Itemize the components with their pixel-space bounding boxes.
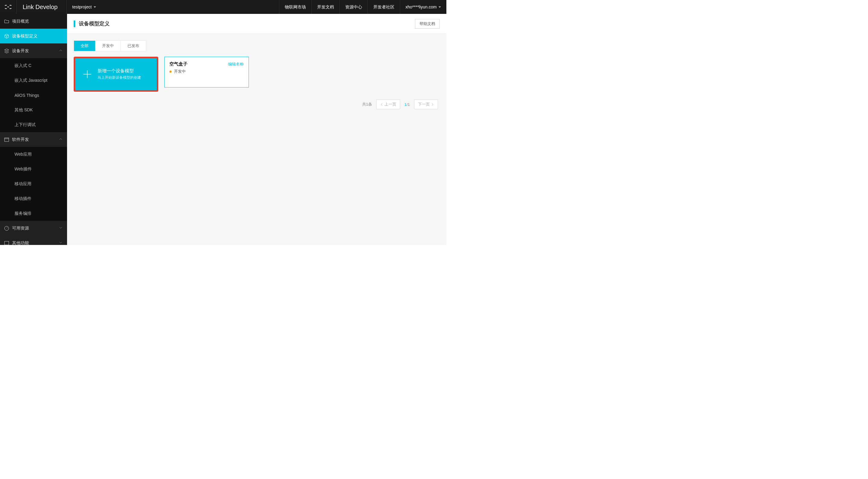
- pagination: 共1条 上一页 1/1 下一页: [74, 100, 440, 109]
- sidebar-group-device-dev[interactable]: 设备开发: [0, 43, 67, 58]
- layers-icon: [4, 48, 9, 54]
- sidebar-group-software-dev[interactable]: 软件开发: [0, 132, 67, 147]
- device-model-card[interactable]: 空气盒子 编辑名称 开发中: [164, 57, 249, 88]
- svg-rect-0: [4, 138, 9, 141]
- sidebar-sub-web-plugin[interactable]: Web插件: [0, 162, 67, 176]
- next-page-button[interactable]: 下一页: [414, 100, 438, 109]
- nav-dev-docs[interactable]: 开发文档: [311, 0, 339, 14]
- project-name: testproject: [72, 4, 92, 9]
- sidebar-item-overview[interactable]: 项目概览: [0, 14, 67, 29]
- sidebar-sub-alios[interactable]: AliOS Things: [0, 88, 67, 103]
- sidebar-sub-mobile-plugin[interactable]: 移动插件: [0, 191, 67, 206]
- sidebar-label: 软件开发: [12, 137, 29, 142]
- sidebar-sub-embedded-c[interactable]: 嵌入式 C: [0, 58, 67, 73]
- folder-icon: [4, 19, 9, 24]
- filter-tabs: 全部 开发中 已发布: [74, 40, 146, 51]
- page-indicator: 1/1: [404, 102, 410, 107]
- sidebar-sub-service-orch[interactable]: 服务编排: [0, 206, 67, 221]
- nav-iot-market[interactable]: 物联网市场: [279, 0, 311, 14]
- user-email: xho****liyun.com: [406, 0, 437, 14]
- prev-label: 上一页: [384, 102, 396, 107]
- chevron-up-icon: [59, 48, 63, 54]
- nav-dev-community[interactable]: 开发者社区: [368, 0, 400, 14]
- chevron-down-icon: [59, 240, 63, 245]
- help-docs-button[interactable]: 帮助文档: [415, 19, 440, 29]
- sidebar-group-resources[interactable]: 可用资源: [0, 221, 67, 236]
- total-count-text: 共1条: [362, 102, 372, 107]
- header-nav: 物联网市场 开发文档 资源中心 开发者社区: [279, 0, 400, 14]
- tab-published[interactable]: 已发布: [121, 41, 146, 51]
- nav-resource-center[interactable]: 资源中心: [339, 0, 368, 14]
- chevron-up-icon: [59, 137, 63, 142]
- chevron-right-icon: [431, 102, 434, 107]
- sidebar-label: 设备开发: [12, 48, 29, 54]
- dashboard-icon: [4, 226, 9, 231]
- status-dot-icon: [169, 71, 172, 73]
- prev-page-button[interactable]: 上一页: [376, 100, 400, 109]
- device-name: 空气盒子: [169, 61, 188, 67]
- next-label: 下一页: [418, 102, 430, 107]
- sidebar-label: 设备模型定义: [12, 33, 37, 39]
- sidebar-sub-other-sdk[interactable]: 其他 SDK: [0, 103, 67, 117]
- user-menu[interactable]: xho****liyun.com: [400, 0, 447, 14]
- sidebar-group-other[interactable]: 其他功能: [0, 236, 67, 245]
- svg-rect-2: [4, 241, 9, 245]
- top-header: Link Develop testproject 物联网市场 开发文档 资源中心…: [0, 0, 446, 14]
- add-card-subtitle: 马上开始新设备模型的创建: [98, 75, 141, 80]
- chevron-down-icon: [94, 6, 96, 8]
- brand-title[interactable]: Link Develop: [17, 0, 67, 14]
- page-title: 设备模型定义: [79, 20, 110, 27]
- project-selector[interactable]: testproject: [67, 4, 101, 9]
- sidebar-sub-updown-debug[interactable]: 上下行调试: [0, 117, 67, 132]
- chevron-down-icon: [59, 226, 63, 231]
- title-accent-bar: [74, 21, 75, 27]
- sidebar-label: 其他功能: [12, 240, 29, 245]
- add-device-model-card[interactable]: 新增一个设备模型 马上开始新设备模型的创建: [74, 57, 158, 92]
- more-icon: [4, 241, 9, 245]
- page-header: 设备模型定义 帮助文档: [67, 14, 446, 34]
- sidebar-sub-embedded-js[interactable]: 嵌入式 Javascript: [0, 73, 67, 88]
- sidebar: 项目概览 设备模型定义 设备开发 嵌入式 C 嵌入式 Javascript Al…: [0, 14, 67, 245]
- status-text: 开发中: [174, 69, 186, 74]
- logo-icon[interactable]: [0, 0, 17, 14]
- add-card-title: 新增一个设备模型: [98, 68, 141, 74]
- sidebar-label: 项目概览: [12, 19, 29, 24]
- sidebar-label: 可用资源: [12, 226, 29, 231]
- sidebar-sub-web-app[interactable]: Web应用: [0, 147, 67, 162]
- cube-icon: [4, 34, 9, 39]
- window-icon: [4, 137, 9, 142]
- sidebar-sub-mobile-app[interactable]: 移动应用: [0, 176, 67, 191]
- chevron-down-icon: [438, 6, 441, 8]
- sidebar-item-model-def[interactable]: 设备模型定义: [0, 29, 67, 43]
- chevron-left-icon: [380, 102, 383, 107]
- plus-icon: [82, 69, 93, 80]
- tab-developing[interactable]: 开发中: [95, 41, 121, 51]
- edit-name-link[interactable]: 编辑名称: [228, 62, 244, 67]
- tab-all[interactable]: 全部: [74, 41, 95, 51]
- total-pages: 1: [408, 102, 410, 107]
- main-content: 设备模型定义 帮助文档 全部 开发中 已发布 新增一个设备模型 马上开始新设备模…: [67, 14, 446, 245]
